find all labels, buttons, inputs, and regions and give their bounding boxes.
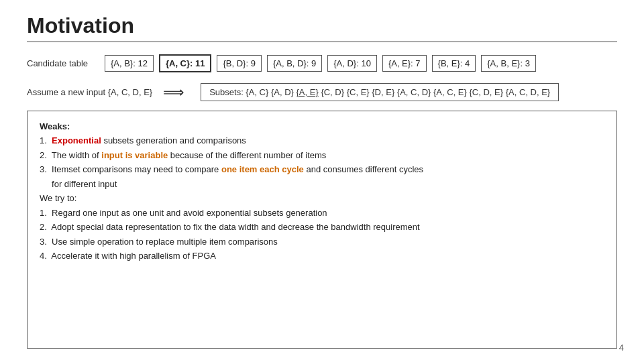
subsets-prefix: Subsets: {A, C} {A, D} (209, 87, 296, 97)
try-item-1: 1. Regard one input as one unit and avoi… (40, 206, 604, 220)
arrow-icon: ⟹ (163, 84, 184, 101)
weaks-box: Weaks: 1. Exponential subsets generation… (27, 111, 617, 349)
candidate-cell-5: {A, E}: 7 (382, 55, 427, 72)
candidate-cell-2: {B, D}: 9 (217, 55, 261, 72)
weaks-heading: Weaks: (40, 119, 604, 133)
try-item-2: 2. Adopt special data representation to … (40, 220, 604, 234)
try-item-3: 3. Use simple operation to replace multi… (40, 235, 604, 249)
slide-container: Motivation Candidate table {A, B}: 12 {A… (0, 0, 644, 362)
try-item-4: 4. Accelerate it with high parallelism o… (40, 249, 604, 263)
we-try-label: We try to: (40, 191, 604, 205)
subsets-underlined: {A, E} (297, 87, 319, 97)
candidate-cell-3: {A, B, D}: 9 (267, 55, 322, 72)
subsets-box: Subsets: {A, C} {A, D} {A, E} {C, D} {C,… (201, 83, 559, 101)
candidate-cell-4: {A, D}: 10 (327, 55, 377, 72)
candidate-cell-1: {A, C}: 11 (159, 54, 212, 72)
weaks-item-2: 2. The width of input is variable becaus… (40, 148, 604, 162)
candidate-cell-7: {A, B, E}: 3 (481, 55, 536, 72)
assume-label: Assume a new input {A, C, D, E} (27, 87, 152, 97)
weaks-item-3: 3. Itemset comparisons may need to compa… (40, 162, 604, 176)
candidate-cell-6: {B, E}: 4 (432, 55, 476, 72)
candidate-table-label: Candidate table (27, 58, 94, 68)
weaks-item-3-cont: for different input (40, 177, 604, 191)
candidate-cell-0: {A, B}: 12 (105, 55, 154, 72)
candidate-table-row: Candidate table {A, B}: 12 {A, C}: 11 {B… (27, 54, 617, 72)
slide-title: Motivation (27, 13, 617, 38)
weaks-item-1: 1. Exponential subsets generation and co… (40, 133, 604, 147)
assume-row: Assume a new input {A, C, D, E} ⟹ Subset… (27, 83, 617, 101)
page-number: 4 (619, 343, 624, 353)
subsets-rest: {C, D} {C, E} {D, E} {A, C, D} {A, C, E}… (319, 87, 550, 97)
title-divider (27, 41, 617, 42)
